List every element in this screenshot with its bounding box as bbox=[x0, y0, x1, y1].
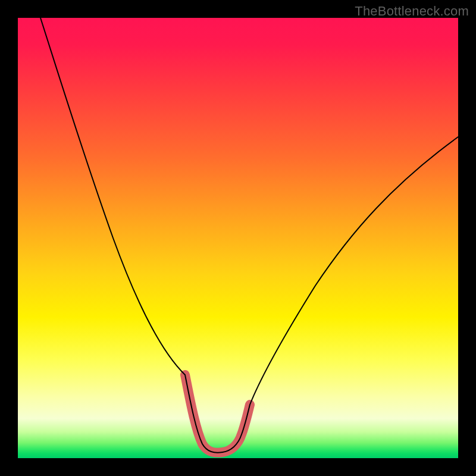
chart-frame: TheBottleneck.com bbox=[0, 0, 476, 476]
bottleneck-curve bbox=[40, 18, 458, 453]
watermark-text: TheBottleneck.com bbox=[355, 4, 469, 19]
valley-highlight bbox=[185, 375, 250, 453]
plot-area bbox=[18, 18, 458, 458]
curve-svg bbox=[18, 18, 458, 458]
